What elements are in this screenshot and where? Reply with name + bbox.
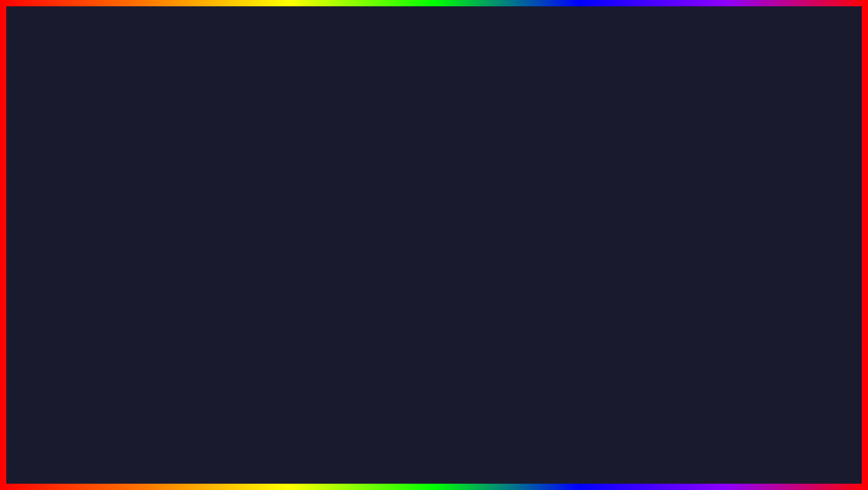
sidebar-item-racev4[interactable]: RaceV4 [48, 214, 93, 225]
sidebar-item-combats[interactable]: Combats [48, 182, 93, 192]
toggle-auto-buy-chip[interactable] [817, 250, 825, 258]
label-fast-attack: Fast Attack [153, 164, 244, 170]
sidebar-item-right-teleport[interactable]: Teleport [592, 203, 637, 214]
panel-right-titlebar: KU 04/09/2023 - 08:59:39 AM 1.2GB - 253.… [592, 147, 829, 158]
label-farm-selected: Farm Selected Mode [153, 262, 254, 268]
stripe-pole-left [90, 288, 112, 445]
sidebar-item-right-fruit[interactable]: Fruit [592, 225, 637, 236]
label-select-mode: Select Mode Farm [151, 236, 246, 242]
panel-row-fast-attack: ✓ Fast Attack ✓ [141, 161, 255, 173]
checkbox-next-islands[interactable]: ✓ [686, 163, 693, 170]
toggle-buso-haki[interactable]: ✓ [246, 199, 254, 207]
panel-row-next-islands: ✓ Next Islands [685, 161, 826, 172]
main-container: BLOX FRUITS MOBILE ✓ ANDROID ✓ WORK MOBI… [0, 0, 868, 490]
dropdown-none[interactable]: None... [685, 197, 826, 209]
checkbox-fast-attack[interactable]: ✓ [142, 163, 149, 170]
label-auto-select-dungeon: Auto Select Dungeon [698, 213, 815, 219]
panel-right: KU 04/09/2023 - 08:59:39 AM 1.2GB - 253.… [591, 146, 830, 307]
auto-farm-label: AUTO FARM [135, 419, 428, 477]
panel-row-auto-start-raid: ✓ Auto Start Raid [685, 222, 826, 234]
pastebin-label: PASTEBIN [565, 429, 734, 468]
checkbox-auto-start-raid[interactable]: ✓ [686, 224, 693, 232]
select-mode-wavy: 〜 [248, 235, 254, 243]
select-chips-wavy: 〜 [819, 185, 825, 193]
select-mode-icon: ☰ [142, 236, 147, 242]
panel-row-hitbox-bypass: ✓ Hitbox Bypass ✓ [141, 221, 255, 233]
checkbox-auto-awakener[interactable]: ✓ [686, 174, 693, 181]
sidebar-item-right-farm-quest[interactable]: Farm/Quest [592, 171, 637, 182]
label-next-islands: Next Islands [698, 163, 825, 169]
select-chips-icon: ☰ [686, 186, 691, 192]
panel-row-auto-select-dungeon: ✓ Auto Select Dungeon [685, 210, 826, 222]
sidebar-item-farm-quest[interactable]: Farm/Quest [48, 160, 93, 171]
label-select-chips: Select Chips [695, 186, 817, 192]
main-title: BLOX FRUITS [174, 8, 694, 91]
checkbox-auto-buy-chip[interactable]: ✓ [686, 251, 693, 258]
label-main-farm: Main Farm [153, 212, 254, 218]
label-buso-haki: Auto Activated Buso Haki [153, 200, 244, 206]
panel-right-timestamp: 04/09/2023 - 08:59:39 AM [609, 150, 661, 155]
checkbox-bring-mob[interactable]: ✓ [142, 175, 149, 183]
toggle-spawn-point[interactable]: ✓ [246, 187, 254, 195]
checkbox-auto-select-dungeon[interactable]: ✓ [686, 212, 693, 219]
sidebar-item-right-raid-esp[interactable]: Raid/Esp [592, 214, 637, 225]
panel-right-footer: Timer = 0.0.2.9 [592, 298, 829, 307]
panel-row-select-mode: ☰ Select Mode Farm 〜 [141, 233, 255, 245]
panel-row-auto-awakener: ✓ Auto Awakener [685, 172, 826, 183]
panel-right-content: ✓ Next Islands ✓ Auto Awakener ☰ Select … [682, 158, 829, 298]
panel-left-footer: Timer = 0.0.1.23 [48, 293, 258, 302]
script-label: SCRIPT [437, 429, 561, 468]
panel-row-select-chips: ☰ Select Chips 〜 [685, 183, 826, 196]
panel-row-auto-buy-chip: ✓ Auto Buy Chip [685, 249, 826, 261]
sidebar-item-raid-esp[interactable]: Raid/Esp [48, 192, 93, 203]
panel-right-info: 1.2GB - 253.64 KB [666, 150, 704, 155]
toggle-auto-start-raid[interactable] [817, 224, 825, 232]
checkbox-spawn-point[interactable]: ✓ [142, 187, 149, 195]
label-auto-buy-chip: Auto Buy Chip [698, 251, 815, 258]
panel-left-close[interactable]: ✕ [249, 149, 254, 156]
checkbox-farm-selected[interactable] [142, 261, 149, 268]
label-auto-awakener: Auto Awakener [698, 174, 825, 181]
sidebar-item-right-combats[interactable]: Combats [592, 192, 637, 203]
panel-row-bring-mob: ✓ Bring Mob ✓ [141, 173, 255, 185]
sidebar-item-stats[interactable]: Stats [48, 171, 93, 182]
bottom-section: AUTO FARM SCRIPT PASTEBIN [135, 419, 734, 477]
panel-row-spawn-point: ✓ Auto Set Spawn Point ✓ [141, 185, 255, 197]
sidebar-item-right-misc[interactable]: Misc [592, 246, 637, 257]
button-start-raid[interactable]: Start Raid [685, 236, 826, 247]
panel-left-sidebar: Farm/Quest Stats Combats Raid/Esp Misc R… [48, 158, 93, 293]
logo-icon: ☠ [756, 371, 792, 407]
sidebar-item-main[interactable]: Main [592, 160, 637, 171]
sidebar-item-right-shops[interactable]: Shops [592, 236, 637, 246]
toggle-auto-select-dungeon[interactable] [817, 212, 825, 220]
blox-fruits-logo: ☠ BLOX FRUITS [729, 371, 819, 463]
label-bring-mob: Bring Mob [153, 176, 244, 182]
panel-left-titlebar: K 04/09/2023 - 08:58:53 AM 1.2GB - 309.4… [48, 147, 258, 158]
checkbox-hitbox-bypass[interactable]: ✓ [142, 223, 149, 230]
label-auto-start-raid: Auto Start Raid [698, 225, 815, 231]
sidebar-item-misc[interactable]: Misc [48, 203, 93, 214]
toggle-hitbox-bypass[interactable]: ✓ [246, 223, 254, 231]
panel-right-close[interactable]: ✕ [820, 149, 825, 156]
panel-row-buso-haki: ✓ Auto Activated Buso Haki ✓ [141, 197, 255, 209]
panel-left-info: 1.2GB - 309.48 KB/S - 82.6474 msec [118, 150, 192, 155]
sidebar-item-right-stats[interactable]: Stats [592, 182, 637, 192]
panel-left: K 04/09/2023 - 08:58:53 AM 1.2GB - 309.4… [47, 146, 259, 303]
toggle-bring-mob[interactable]: ✓ [246, 175, 254, 183]
panel-left-content: ✓ Fast Attack ✓ ✓ Bring Mob ✓ ✓ Auto Set… [138, 158, 258, 293]
checkbox-main-farm[interactable]: ✓ [142, 211, 149, 218]
panel-row-main-farm: ✓ Main Farm [141, 209, 255, 221]
panel-right-name: KU [596, 149, 604, 156]
label-spawn-point: Auto Set Spawn Point [153, 188, 244, 194]
panel-row-farm-selected: Farm Selected Mode [141, 259, 255, 271]
toggle-fast-attack[interactable]: ✓ [246, 163, 254, 171]
button-level-farm[interactable]: Level Farm [141, 246, 255, 258]
panel-left-timestamp: 04/09/2023 - 08:58:53 AM [61, 150, 113, 155]
button-buy-chip-select[interactable]: Buy Chip Select [685, 262, 826, 274]
panel-left-name: K [52, 149, 56, 156]
checkbox-buso-haki[interactable]: ✓ [142, 200, 149, 207]
label-hitbox-bypass: Hitbox Bypass [153, 223, 244, 230]
panel-right-sidebar: Main Farm/Quest Stats Combats Teleport R… [592, 158, 637, 298]
